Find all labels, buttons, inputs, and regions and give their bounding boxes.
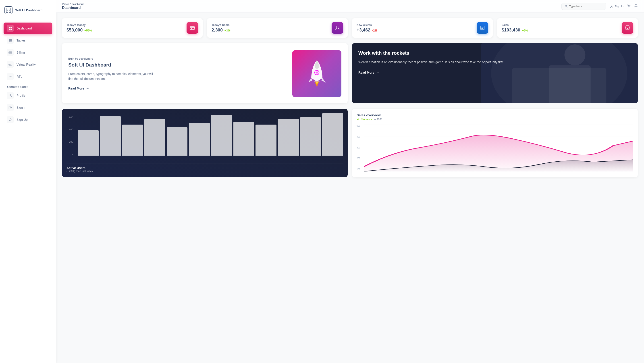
promo-card-inner: Built by developers Soft UI Dashboard Fr… bbox=[68, 50, 342, 97]
stat-icon-sales bbox=[622, 22, 633, 34]
read-more-label: Read More bbox=[68, 87, 84, 90]
stat-icon-users bbox=[332, 22, 343, 34]
stat-info-money: Today's Money $53,000 +55% bbox=[66, 24, 92, 33]
settings-icon[interactable] bbox=[627, 4, 630, 9]
account-section-label: ACCOUNT PAGES bbox=[4, 83, 52, 90]
bar-chart-bars bbox=[78, 113, 343, 156]
notifications-icon[interactable] bbox=[634, 4, 638, 9]
svg-rect-1 bbox=[9, 8, 11, 10]
sidebar-item-label: RTL bbox=[16, 75, 22, 78]
bar-item bbox=[122, 125, 143, 156]
dark-card-title: Work with the rockets bbox=[358, 50, 632, 56]
stat-card-sales: Sales $103,430 +5% bbox=[497, 18, 638, 38]
bar-chart-card: 600 400 200 0 Active Users (+23%) than l… bbox=[62, 109, 348, 177]
sign-up-icon bbox=[7, 116, 14, 123]
svg-point-19 bbox=[10, 94, 11, 96]
breadcrumb-current: Dashboard bbox=[72, 3, 84, 5]
svg-point-24 bbox=[628, 5, 630, 7]
chart-footer-subtitle: (+23%) than last week bbox=[66, 170, 343, 173]
header-right: Sign In bbox=[562, 3, 638, 10]
svg-rect-5 bbox=[10, 27, 12, 28]
trend-up-icon bbox=[356, 118, 359, 121]
search-bar[interactable] bbox=[562, 3, 606, 10]
stat-label-money: Today's Money bbox=[66, 24, 92, 27]
sign-in-label: Sign In bbox=[614, 5, 624, 8]
stats-row: Today's Money $53,000 +55% Today bbox=[62, 18, 638, 38]
sidebar-item-sign-up[interactable]: Sign Up bbox=[4, 114, 52, 126]
breadcrumb-path: Pages / Dashboard bbox=[62, 3, 84, 5]
svg-rect-11 bbox=[9, 39, 10, 42]
svg-point-17 bbox=[10, 64, 11, 65]
sidebar-item-rtl[interactable]: RTL bbox=[4, 71, 52, 82]
stat-change-users: +3% bbox=[224, 29, 230, 32]
tables-icon bbox=[7, 37, 14, 44]
bar-item bbox=[167, 127, 188, 156]
dark-card-desc: Wealth creation is an evolutionarily rec… bbox=[358, 60, 632, 65]
search-input[interactable] bbox=[569, 5, 603, 8]
svg-point-31 bbox=[316, 72, 318, 74]
breadcrumb: Pages / Dashboard Dashboard bbox=[62, 3, 84, 10]
stat-card-money: Today's Money $53,000 +55% bbox=[62, 18, 202, 38]
line-chart-svg bbox=[364, 125, 633, 171]
stat-value-sales: $103,430 bbox=[502, 28, 520, 33]
vr-icon bbox=[7, 61, 14, 68]
chart-footer: Active Users (+23%) than last week bbox=[66, 163, 343, 173]
stat-value-row-clients: +3,462 -2% bbox=[356, 28, 377, 33]
stat-card-clients: New Clients +3,462 -2% bbox=[352, 18, 493, 38]
stat-label-users: Today's Users bbox=[212, 24, 230, 27]
stat-label-clients: New Clients bbox=[356, 24, 377, 27]
logo-icon bbox=[4, 6, 12, 14]
bar-item bbox=[100, 116, 121, 156]
svg-point-27 bbox=[336, 26, 338, 28]
sidebar-item-label: Profile bbox=[16, 94, 26, 97]
sidebar-item-label: Dashboard bbox=[16, 27, 32, 30]
bar-chart-y-labels: 600 400 200 0 bbox=[66, 115, 73, 155]
sidebar-item-tables[interactable]: Tables bbox=[4, 35, 52, 46]
promo-title: Soft UI Dashboard bbox=[68, 62, 289, 68]
stat-info-users: Today's Users 2,300 +3% bbox=[212, 24, 230, 33]
user-icon bbox=[610, 5, 613, 8]
stat-card-users: Today's Users 2,300 +3% bbox=[207, 18, 348, 38]
dark-card: Work with the rockets Wealth creation is… bbox=[352, 43, 638, 103]
sidebar-item-label: Sign Up bbox=[16, 118, 28, 121]
bar-item bbox=[234, 122, 254, 156]
stat-icon-money bbox=[186, 22, 198, 34]
dark-read-more-link[interactable]: Read More → bbox=[358, 71, 632, 74]
stat-label-sales: Sales bbox=[502, 24, 528, 27]
svg-rect-6 bbox=[9, 29, 10, 30]
stat-value-users: 2,300 bbox=[212, 28, 223, 33]
sidebar-item-virtual-reality[interactable]: Virtual Reality bbox=[4, 59, 52, 70]
svg-point-16 bbox=[9, 64, 10, 65]
sidebar-logo: Soft UI Dashboard bbox=[4, 5, 52, 20]
sign-in-button[interactable]: Sign In bbox=[610, 5, 624, 8]
dark-card-content: Work with the rockets Wealth creation is… bbox=[358, 50, 632, 74]
stat-value-clients: +3,462 bbox=[356, 28, 370, 33]
content-area: Today's Money $53,000 +55% Today bbox=[56, 13, 644, 363]
header: Pages / Dashboard Dashboard bbox=[56, 0, 644, 13]
sign-in-icon bbox=[7, 104, 14, 111]
breadcrumb-root: Pages bbox=[62, 3, 69, 5]
svg-rect-25 bbox=[190, 27, 194, 30]
charts-row: 600 400 200 0 Active Users (+23%) than l… bbox=[62, 109, 638, 177]
stat-change-sales: +5% bbox=[522, 29, 528, 32]
dark-read-more-label: Read More bbox=[358, 71, 374, 74]
bar-item bbox=[189, 123, 210, 156]
sidebar-item-label: Virtual Reality bbox=[16, 63, 36, 66]
sidebar-item-sign-in[interactable]: Sign In bbox=[4, 102, 52, 113]
stat-info-clients: New Clients +3,462 -2% bbox=[356, 24, 377, 33]
promo-desc: From colors, cards, typography to comple… bbox=[68, 72, 153, 82]
rocket-image bbox=[292, 50, 342, 97]
sidebar-item-label: Billing bbox=[16, 51, 25, 54]
bar-item bbox=[78, 130, 99, 156]
bar-item bbox=[211, 115, 232, 156]
svg-point-32 bbox=[314, 80, 320, 83]
sidebar-item-profile[interactable]: Profile bbox=[4, 90, 52, 101]
stat-value-row-users: 2,300 +3% bbox=[212, 28, 230, 33]
bar-item bbox=[256, 125, 276, 156]
sidebar-item-billing[interactable]: Billing bbox=[4, 47, 52, 58]
read-more-link[interactable]: Read More → bbox=[68, 87, 289, 90]
billing-icon bbox=[7, 49, 14, 56]
sidebar-item-dashboard[interactable]: Dashboard bbox=[4, 23, 52, 34]
stat-value-row-sales: $103,430 +5% bbox=[502, 28, 528, 33]
svg-rect-0 bbox=[6, 8, 8, 10]
